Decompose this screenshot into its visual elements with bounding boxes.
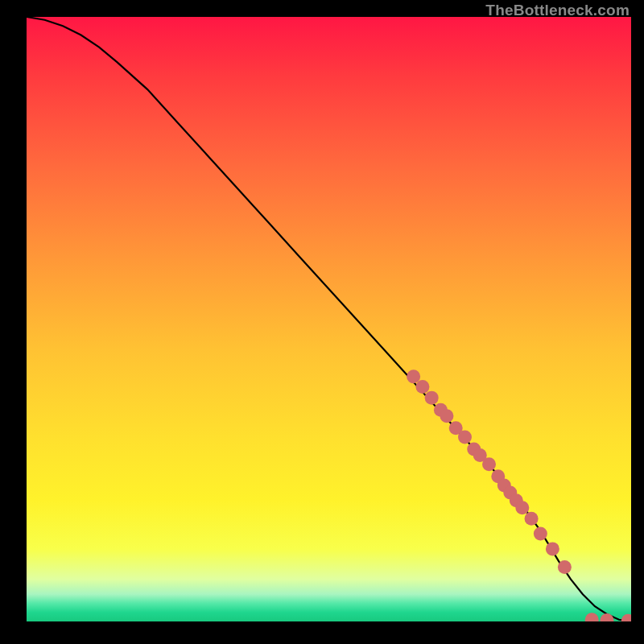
- data-marker: [458, 430, 472, 444]
- data-marker: [415, 380, 429, 394]
- data-marker: [558, 560, 572, 574]
- data-marker: [440, 409, 453, 423]
- data-marker: [525, 512, 539, 526]
- data-marker: [534, 527, 547, 541]
- chart-curve-layer: [27, 17, 631, 621]
- data-marker: [515, 501, 529, 514]
- data-marker: [425, 391, 439, 405]
- data-marker: [407, 369, 420, 383]
- data-marker: [621, 614, 631, 621]
- chart-frame: TheBottleneck.com: [0, 0, 644, 644]
- data-marker: [600, 613, 613, 621]
- data-marker: [482, 457, 496, 471]
- plot-area: [27, 17, 631, 621]
- watermark-text: TheBottleneck.com: [485, 2, 630, 19]
- data-marker: [546, 542, 559, 555]
- marker-group: [407, 369, 631, 621]
- data-marker: [585, 613, 599, 621]
